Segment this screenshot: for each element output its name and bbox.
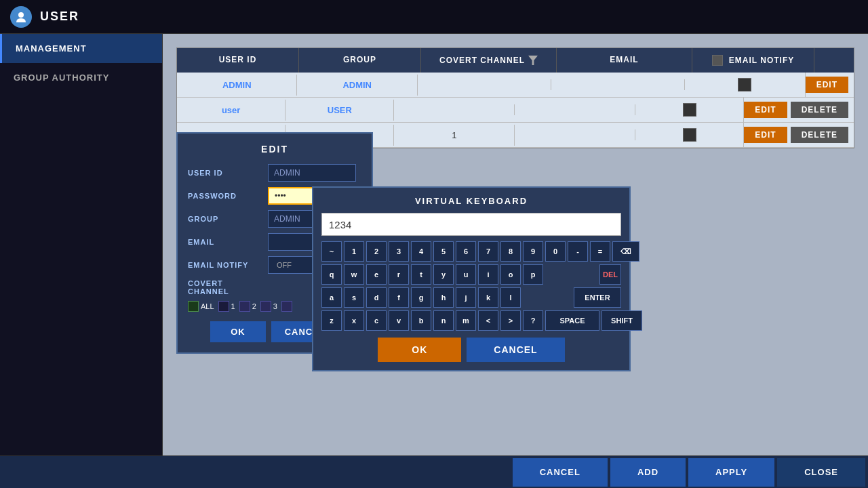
svg-point-0 [18,12,24,18]
key-h[interactable]: h [433,287,454,308]
form-row-userid: USER ID [188,164,361,182]
covert-item-extra [281,301,292,312]
covert-checkbox-2[interactable] [239,301,250,312]
userid-input[interactable] [268,164,356,182]
email-label: EMAIL [188,238,262,246]
key-3[interactable]: 3 [389,241,409,262]
key-w[interactable]: w [344,264,364,285]
cell-group: USER [285,100,394,121]
emailnotify-header-checkbox[interactable] [712,55,723,66]
app-icon [10,6,32,28]
app-title: USER [40,9,79,24]
key-5[interactable]: 5 [433,241,454,262]
cell-userid: ADMIN [177,75,297,96]
key-2[interactable]: 2 [366,241,387,262]
delete-button[interactable]: DELETE [791,127,848,143]
group-label: GROUP [188,215,262,223]
vk-row-zxcv: z x c v b n m < > ? SPACE SHIFT [321,310,621,331]
vk-ok-button[interactable]: OK [378,338,461,362]
key-8[interactable]: 8 [500,241,521,262]
cell-emailnotify [685,73,805,97]
key-4[interactable]: 4 [411,241,431,262]
key-r[interactable]: r [389,264,409,285]
cancel-button[interactable]: CANCEL [513,458,608,487]
key-lt[interactable]: < [478,310,498,331]
key-b[interactable]: b [411,310,431,331]
edit-button[interactable]: EDIT [744,127,787,143]
delete-button[interactable]: DELETE [791,102,848,118]
key-f[interactable]: f [389,287,409,308]
emailnotify-label: EMAIL NOTIFY [188,261,262,269]
emailnotify-checkbox[interactable] [683,128,696,142]
key-u[interactable]: u [456,264,476,285]
key-v[interactable]: v [389,310,409,331]
key-minus[interactable]: - [568,241,588,262]
table-row: ADMIN ADMIN EDIT [177,73,854,98]
covert-checkbox-extra[interactable] [281,301,292,312]
key-question[interactable]: ? [523,310,543,331]
add-button[interactable]: ADD [610,458,686,487]
vk-row-asdf: a s d f g h j k l ENTER [321,287,621,308]
cell-emailnotify [635,98,744,122]
key-backspace[interactable]: ⌫ [612,241,639,262]
col-emailnotify: EMAIL NOTIFY [692,48,814,73]
cell-email [515,129,635,140]
key-0[interactable]: 0 [545,241,566,262]
edit-button[interactable]: EDIT [744,102,787,118]
covert-item-all: ALL [188,301,214,312]
vk-input[interactable] [321,213,621,236]
key-space[interactable]: SPACE [545,310,599,331]
key-7[interactable]: 7 [478,241,498,262]
key-9[interactable]: 9 [523,241,543,262]
key-a[interactable]: a [321,287,342,308]
key-l[interactable]: l [500,287,521,308]
key-y[interactable]: y [433,264,454,285]
key-1[interactable]: 1 [344,241,364,262]
key-k[interactable]: k [478,287,498,308]
key-j[interactable]: j [456,287,476,308]
covert-checkbox-all[interactable] [188,301,199,312]
key-6[interactable]: 6 [456,241,476,262]
key-o[interactable]: o [500,264,521,285]
emailnotify-checkbox[interactable] [738,78,751,92]
key-t[interactable]: t [411,264,431,285]
key-enter[interactable]: ENTER [574,287,621,308]
table-row: user USER EDIT DELETE [177,98,854,123]
covert-checkbox-1[interactable] [218,301,229,312]
apply-button[interactable]: APPLY [688,458,774,487]
key-c[interactable]: c [366,310,387,331]
vk-title: VIRTUAL KEYBOARD [321,196,621,206]
sidebar-item-management[interactable]: MANAGEMENT [0,34,162,63]
key-i[interactable]: i [478,264,498,285]
key-shift[interactable]: SHIFT [601,310,642,331]
key-gt[interactable]: > [500,310,521,331]
key-n[interactable]: n [433,310,454,331]
emailnotify-checkbox[interactable] [683,103,696,117]
col-covert: COVERT CHANNEL [421,48,557,73]
filter-icon[interactable] [528,56,538,65]
edit-ok-button[interactable]: OK [210,321,266,342]
edit-button[interactable]: EDIT [806,77,848,93]
key-m[interactable]: m [456,310,476,331]
key-d[interactable]: d [366,287,387,308]
vk-cancel-button[interactable]: CANCEL [467,338,564,362]
key-del[interactable]: DEL [599,264,621,285]
sidebar: MANAGEMENT GROUP AUTHORITY [0,34,163,488]
key-x[interactable]: x [344,310,364,331]
covert-checkbox-3[interactable] [260,301,271,312]
key-e[interactable]: e [366,264,387,285]
header: USER [0,0,868,34]
key-g[interactable]: g [411,287,431,308]
key-equals[interactable]: = [590,241,610,262]
covert-item-3: 3 [260,301,277,312]
cell-actions: EDIT DELETE [744,127,854,143]
key-p[interactable]: p [523,264,543,285]
key-z[interactable]: z [321,310,342,331]
virtual-keyboard: VIRTUAL KEYBOARD ~ 1 2 3 4 5 6 7 8 9 0 -… [312,186,631,371]
key-q[interactable]: q [321,264,342,285]
sidebar-item-group-authority[interactable]: GROUP AUTHORITY [0,63,162,92]
covert-item-2: 2 [239,301,256,312]
key-tilde[interactable]: ~ [321,241,342,262]
key-s[interactable]: s [344,287,364,308]
close-button[interactable]: CLOSE [777,458,865,487]
